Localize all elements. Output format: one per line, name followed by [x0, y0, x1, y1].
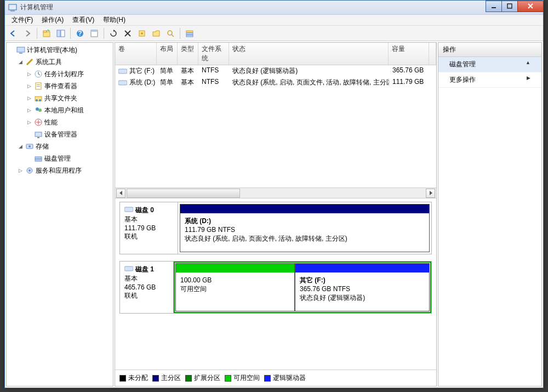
- tree-local-users[interactable]: ▷本地用户和组: [25, 104, 112, 116]
- tree-task-scheduler[interactable]: ▷任务计划程序: [25, 68, 112, 80]
- tree-event-viewer[interactable]: ▷事件查看器: [25, 80, 112, 92]
- col-status[interactable]: 状态: [229, 43, 389, 65]
- menu-view[interactable]: 查看(V): [68, 14, 99, 26]
- tree-root[interactable]: 计算机管理(本地): [8, 44, 112, 56]
- users-icon: [34, 106, 43, 115]
- table-row[interactable]: 其它 (F:)简单基本NTFS状态良好 (逻辑驱动器)365.76 GB: [115, 65, 436, 77]
- twisty-icon[interactable]: [9, 47, 15, 53]
- col-type[interactable]: 类型: [178, 43, 198, 65]
- find-icon[interactable]: [164, 27, 176, 39]
- svg-point-25: [36, 99, 38, 101]
- volume-table-body[interactable]: 其它 (F:)简单基本NTFS状态良好 (逻辑驱动器)365.76 GB系统 (…: [115, 65, 436, 188]
- forward-button[interactable]: [21, 27, 33, 39]
- toolbar-sep: [37, 28, 37, 39]
- scroll-right-button[interactable]: [426, 189, 435, 198]
- scroll-track[interactable]: [127, 189, 425, 198]
- window-title: 计算机管理: [20, 3, 486, 12]
- up-button[interactable]: [41, 27, 53, 39]
- tree-label: 系统工具: [36, 56, 62, 67]
- partition-box[interactable]: 其它 (F:)365.76 GB NTFS状态良好 (逻辑驱动器): [295, 263, 430, 311]
- collapse-icon[interactable]: ◢: [18, 144, 24, 150]
- tree-storage[interactable]: ◢ 存储: [16, 140, 112, 152]
- disk-icon: [124, 265, 133, 274]
- close-button[interactable]: [517, 1, 544, 12]
- twisty-icon[interactable]: [26, 132, 32, 138]
- disk-map-area[interactable]: 磁盘 0基本111.79 GB联机系统 (D:)111.79 GB NTFS状态…: [115, 198, 436, 370]
- col-filesystem[interactable]: 文件系统: [198, 43, 229, 65]
- toolbar-sep: [104, 28, 104, 39]
- actions-header: 操作: [438, 43, 541, 57]
- properties-button[interactable]: [88, 27, 100, 39]
- svg-rect-41: [124, 266, 133, 271]
- disk-icon: [124, 206, 133, 214]
- svg-rect-3: [507, 4, 512, 8]
- svg-rect-40: [124, 207, 133, 212]
- actions-item-diskmgmt[interactable]: 磁盘管理▲: [438, 57, 541, 72]
- tree-performance[interactable]: ▷性能: [25, 116, 112, 128]
- collapse-icon[interactable]: ◢: [18, 59, 24, 65]
- tree-label: 计算机管理(本地): [27, 44, 77, 55]
- event-icon: [34, 82, 43, 90]
- minimize-button[interactable]: [486, 1, 502, 12]
- tree-label: 存储: [36, 141, 49, 152]
- expand-icon[interactable]: ▷: [26, 83, 32, 89]
- col-capacity[interactable]: 容量: [389, 43, 429, 65]
- partition-box[interactable]: 系统 (D:)111.79 GB NTFS状态良好 (系统, 启动, 页面文件,…: [180, 204, 430, 252]
- expand-icon[interactable]: ▷: [18, 168, 24, 174]
- tree-system-tools[interactable]: ◢ 系统工具: [16, 56, 112, 68]
- tree-label: 磁盘管理: [44, 153, 71, 164]
- show-hide-tree-button[interactable]: [55, 27, 67, 39]
- tree-label: 服务和应用程序: [36, 165, 82, 176]
- menu-file[interactable]: 文件(F): [7, 14, 37, 26]
- back-button[interactable]: [7, 27, 19, 39]
- svg-rect-1: [10, 10, 15, 12]
- expand-icon[interactable]: ▷: [26, 71, 32, 77]
- svg-rect-31: [37, 137, 39, 138]
- col-layout[interactable]: 布局: [157, 43, 178, 65]
- performance-icon: [34, 118, 43, 127]
- svg-rect-19: [19, 53, 22, 54]
- twisty-icon[interactable]: [26, 156, 32, 162]
- tree-label: 本地用户和组: [44, 105, 84, 116]
- expand-icon[interactable]: ▷: [26, 120, 32, 126]
- expand-icon: ▶: [527, 75, 530, 81]
- nav-tree[interactable]: 计算机管理(本地) ◢ 系统工具 ▷任务计划程序 ▷事件查看器: [6, 42, 113, 387]
- col-volume[interactable]: 卷: [115, 43, 157, 65]
- tree-services-apps[interactable]: ▷ 服务和应用程序: [16, 164, 112, 177]
- disk-mgmt-icon: [34, 154, 43, 163]
- delete-icon[interactable]: [122, 27, 134, 39]
- collapse-icon: ▲: [526, 60, 530, 65]
- table-row[interactable]: 系统 (D:)简单基本NTFS状态良好 (系统, 启动, 页面文件, 活动, 故…: [115, 77, 436, 88]
- disk-box[interactable]: 磁盘 1基本465.76 GB联机100.00 GB可用空间其它 (F:)365…: [119, 261, 432, 314]
- svg-rect-30: [35, 132, 42, 137]
- legend-unallocated: 未分配: [119, 373, 148, 383]
- menu-action[interactable]: 操作(A): [37, 14, 68, 26]
- volume-hscroll[interactable]: [115, 188, 436, 198]
- swatch-extended: [185, 375, 192, 382]
- refresh-button[interactable]: [107, 27, 119, 39]
- open-icon[interactable]: [150, 27, 162, 39]
- svg-rect-23: [37, 86, 40, 87]
- svg-rect-0: [9, 4, 16, 10]
- tree-disk-management[interactable]: 磁盘管理: [25, 152, 112, 164]
- tree-shared-folders[interactable]: ▷共享文件夹: [25, 92, 112, 104]
- scroll-left-button[interactable]: [116, 189, 125, 198]
- expand-icon[interactable]: ▷: [26, 107, 32, 113]
- titlebar[interactable]: 计算机管理: [5, 1, 543, 15]
- col-extra[interactable]: [429, 43, 436, 65]
- disk-box[interactable]: 磁盘 0基本111.79 GB联机系统 (D:)111.79 GB NTFS状态…: [119, 202, 432, 254]
- tree-device-manager[interactable]: 设备管理器: [25, 128, 112, 140]
- expand-icon[interactable]: ▷: [26, 95, 32, 101]
- menu-help[interactable]: 帮助(H): [99, 14, 130, 26]
- maximize-button[interactable]: [501, 1, 518, 12]
- settings-icon[interactable]: [136, 27, 148, 39]
- help-button[interactable]: ?: [74, 27, 86, 39]
- clock-icon: [34, 70, 43, 78]
- svg-point-28: [38, 109, 42, 112]
- svg-rect-38: [118, 69, 127, 73]
- svg-rect-16: [186, 33, 193, 35]
- actions-item-more[interactable]: 更多操作▶: [438, 72, 541, 88]
- partition-box[interactable]: 100.00 GB可用空间: [175, 263, 295, 311]
- scroll-thumb[interactable]: [127, 189, 240, 198]
- list-icon[interactable]: [184, 27, 196, 39]
